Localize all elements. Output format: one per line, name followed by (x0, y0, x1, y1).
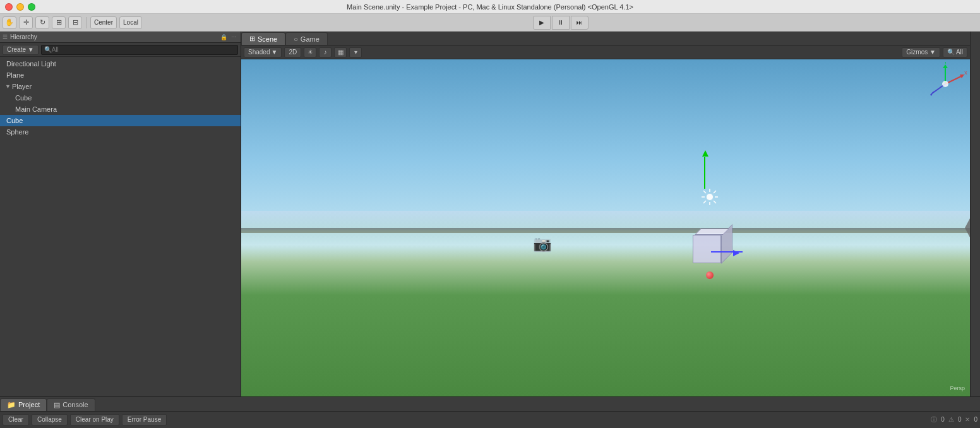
svg-line-6 (714, 201, 716, 203)
hierarchy-title: Hierarchy (10, 33, 37, 40)
hand-tool-button[interactable]: ✋ (3, 16, 16, 29)
hierarchy-search-box[interactable] (41, 45, 238, 55)
svg-point-9 (707, 194, 713, 200)
scene-search-icon: 🔍 (947, 49, 955, 56)
svg-point-18 (942, 81, 948, 87)
viewport-3d[interactable]: 📷 Y X Persp (241, 59, 970, 396)
scene-game-tabs: ⊞ Scene ○ Game (241, 32, 970, 45)
tab-console[interactable]: ▤ Console (47, 398, 95, 411)
warning-count: 0 (958, 416, 962, 423)
center-button[interactable]: Center (90, 16, 117, 29)
local-label: Local (123, 19, 138, 26)
hierarchy-search-input[interactable] (44, 46, 235, 53)
2d-toggle-button[interactable]: 2D (284, 47, 301, 57)
collapse-button[interactable]: Collapse (32, 414, 68, 425)
scene-tab-label: Scene (258, 35, 277, 43)
shading-arrow: ▼ (271, 49, 277, 56)
svg-marker-11 (943, 64, 948, 68)
info-count: 0 (941, 416, 945, 423)
scale-tool-button[interactable]: ⊞ (52, 16, 66, 29)
error-count: 0 (974, 416, 977, 423)
hierarchy-list: Directional Light Plane ▼ Player Cube Ma… (0, 57, 241, 396)
game-tab-icon: ○ (294, 35, 298, 43)
audio-toggle-button[interactable]: ♪ (319, 47, 332, 57)
transform-y-axis (704, 157, 705, 189)
create-button[interactable]: Create ▼ (3, 45, 39, 55)
info-icon: ⓘ (931, 415, 937, 424)
shading-mode-button[interactable]: Shaded ▼ (244, 47, 282, 57)
hierarchy-item-plane[interactable]: Plane (0, 69, 241, 81)
error-icon: ✕ (965, 416, 970, 423)
toolbar-separator-1 (86, 17, 87, 28)
right-collapse-handle[interactable] (965, 218, 970, 237)
tab-project[interactable]: 📁 Project (0, 398, 47, 411)
hierarchy-lock-button[interactable]: 🔒 (219, 33, 228, 42)
create-label: Create ▼ (7, 46, 34, 53)
svg-marker-19 (965, 218, 970, 237)
console-tab-label: Console (63, 401, 88, 408)
console-tab-icon: ▤ (54, 401, 60, 409)
scene-search-box[interactable]: 🔍 All (943, 47, 967, 57)
hierarchy-item-cube[interactable]: Cube (0, 115, 241, 126)
clear-on-play-label: Clear on Play (76, 416, 114, 423)
hierarchy-item-main-camera[interactable]: Main Camera (0, 104, 241, 115)
error-pause-button[interactable]: Error Pause (122, 414, 167, 425)
main-layout: ☰ Hierarchy 🔒 ⋯ Create ▼ Directional Lig… (0, 32, 980, 396)
bottom-tabs: 📁 Project ▤ Console (0, 397, 980, 411)
hierarchy-panel-controls: 🔒 ⋯ (219, 33, 238, 42)
title-bar: Main Scene.unity - Example Project - PC,… (0, 0, 980, 14)
main-toolbar: ✋ ✛ ↻ ⊞ ⊟ Center Local ▶ ⏸ ⏭ (0, 14, 980, 32)
pause-button[interactable]: ⏸ (552, 16, 570, 30)
clear-on-play-button[interactable]: Clear on Play (70, 414, 119, 425)
clear-button[interactable]: Clear (3, 414, 29, 425)
rect-tool-button[interactable]: ⊟ (68, 16, 82, 29)
fx-toggle-button[interactable]: ▦ (334, 47, 347, 57)
lighting-toggle-button[interactable]: ☀ (304, 47, 316, 57)
scene-tab-icon: ⊞ (249, 35, 255, 43)
svg-line-8 (703, 201, 706, 203)
item-label: Player (12, 83, 32, 90)
hierarchy-item-cube-child[interactable]: Cube (0, 92, 241, 104)
svg-line-5 (703, 191, 706, 193)
local-button[interactable]: Local (119, 16, 142, 29)
gizmos-label: Gizmos ▼ (906, 49, 936, 56)
move-tool-button[interactable]: ✛ (19, 16, 33, 29)
transform-y-arrowhead (702, 150, 708, 157)
rotate-tool-button[interactable]: ↻ (35, 16, 49, 29)
ground-edge (241, 228, 970, 233)
warning-icon: ⚠ (948, 416, 954, 423)
center-area: ⊞ Scene ○ Game Shaded ▼ 2D ☀ ♪ ▦ ▾ Gizmo… (241, 32, 970, 396)
project-tab-icon: 📁 (7, 401, 16, 409)
item-label: Directional Light (6, 60, 56, 68)
svg-text:Y: Y (944, 62, 947, 64)
hierarchy-item-sphere[interactable]: Sphere (0, 126, 241, 138)
play-button[interactable]: ▶ (533, 16, 551, 30)
hierarchy-item-player[interactable]: ▼ Player (0, 81, 241, 92)
overlay-toggle-button[interactable]: ▾ (349, 47, 362, 57)
scene-search-label: All (956, 49, 963, 56)
sun-light-gizmo (700, 187, 719, 208)
item-label: Sphere (6, 128, 28, 136)
close-button[interactable] (5, 3, 13, 11)
scene-toolbar: Shaded ▼ 2D ☀ ♪ ▦ ▾ Gizmos ▼ 🔍 All (241, 45, 970, 59)
clear-label: Clear (8, 416, 23, 423)
tab-game[interactable]: ○ Game (285, 32, 328, 45)
maximize-button[interactable] (28, 3, 35, 11)
shading-label: Shaded (248, 49, 270, 56)
gizmos-button[interactable]: Gizmos ▼ (902, 47, 940, 57)
hierarchy-icon: ☰ (3, 34, 8, 40)
step-button[interactable]: ⏭ (571, 16, 589, 30)
tab-scene[interactable]: ⊞ Scene (241, 32, 285, 45)
minimize-button[interactable] (16, 3, 24, 11)
hierarchy-item-directional-light[interactable]: Directional Light (0, 58, 241, 69)
window-controls (5, 3, 35, 11)
expand-arrow: ▼ (5, 83, 11, 90)
scene-cube-object (693, 235, 721, 263)
hierarchy-panel: ☰ Hierarchy 🔒 ⋯ Create ▼ Directional Lig… (0, 32, 241, 396)
hierarchy-toolbar: Create ▼ (0, 43, 241, 57)
hierarchy-menu-button[interactable]: ⋯ (229, 33, 238, 42)
item-label: Cube (15, 94, 32, 102)
item-label: Main Camera (15, 105, 57, 113)
cube-front-face (693, 235, 721, 263)
perspective-gizmo: Y X (923, 62, 967, 106)
